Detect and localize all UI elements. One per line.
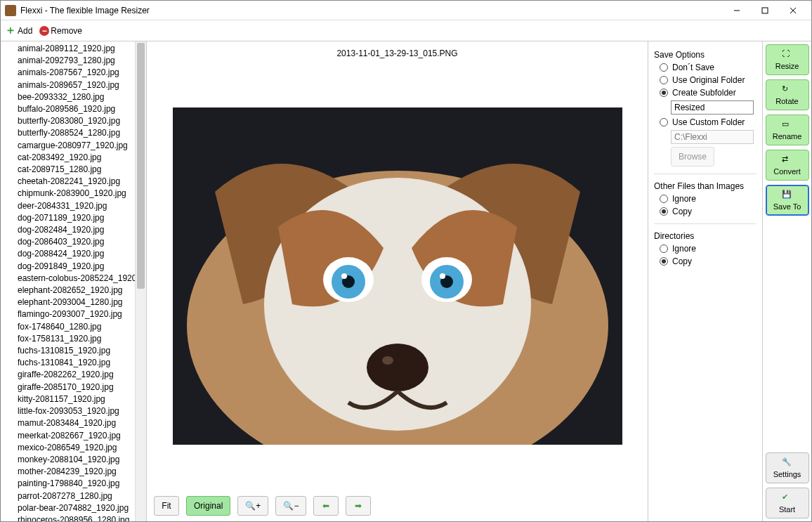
radio-use-original[interactable]: Use Original Folder: [660, 75, 757, 85]
add-button[interactable]: ＋Add: [5, 23, 32, 38]
file-list-scrollbar[interactable]: [135, 41, 146, 521]
list-item[interactable]: animal-2092793_1280.jpg: [1, 55, 135, 67]
minimize-button[interactable]: [723, 2, 751, 19]
radio-dont-save[interactable]: Don´t Save: [660, 63, 757, 72]
list-item[interactable]: elephant-2082652_1920.jpg: [1, 285, 135, 296]
list-item[interactable]: dog-2082484_1920.jpg: [1, 224, 135, 236]
minus-icon: −: [39, 26, 49, 36]
list-item[interactable]: eastern-colobus-2085224_1920.jpg: [1, 273, 135, 285]
list-item[interactable]: animal-2089112_1920.jpg: [1, 43, 135, 55]
radio-use-custom[interactable]: Use Custom Folder: [660, 117, 757, 127]
action-label: Convert: [773, 167, 801, 176]
subfolder-input[interactable]: [671, 100, 754, 115]
action-label: Rotate: [775, 97, 798, 105]
remove-button[interactable]: −Remove: [39, 26, 82, 36]
arrow-right-icon: ➡: [355, 501, 362, 511]
list-item[interactable]: cat-2083492_1920.jpg: [1, 152, 135, 164]
list-item[interactable]: buffalo-2089586_1920.jpg: [1, 103, 135, 115]
fit-button[interactable]: Fit: [154, 496, 179, 516]
radio-icon: [660, 207, 668, 216]
radio-icon: [660, 63, 668, 72]
svg-point-16: [382, 356, 393, 365]
prev-button[interactable]: ⬅: [313, 496, 339, 516]
radio-other-ignore[interactable]: Ignore: [660, 194, 757, 204]
list-item[interactable]: animals-2089657_1920.jpg: [1, 79, 135, 91]
radio-dir-ignore[interactable]: Ignore: [660, 244, 757, 254]
list-item[interactable]: rhinoceros-2088956_1280.jpg: [1, 514, 135, 521]
list-item[interactable]: flamingo-2093007_1920.jpg: [1, 308, 135, 320]
settings-action[interactable]: 🔧Settings: [766, 452, 809, 483]
list-item[interactable]: mamut-2083484_1920.jpg: [1, 417, 135, 429]
list-item[interactable]: little-fox-2093053_1920.jpg: [1, 405, 135, 417]
list-item[interactable]: butterfly-2083080_1920.jpg: [1, 115, 135, 127]
list-item[interactable]: camargue-2080977_1920.jpg: [1, 140, 135, 152]
window-title: Flexxi - The flexible Image Resizer: [20, 6, 723, 15]
next-button[interactable]: ➡: [346, 496, 371, 516]
radio-icon: [660, 89, 668, 97]
list-item[interactable]: dog-2071189_1920.jpg: [1, 212, 135, 224]
zoom-out-button[interactable]: 🔍−: [275, 496, 306, 516]
options-panel: Save Options Don´t Save Use Original Fol…: [648, 41, 762, 521]
original-button[interactable]: Original: [186, 496, 230, 516]
list-item[interactable]: fox-1758131_1920.jpg: [1, 333, 135, 345]
list-item[interactable]: mexico-2086549_1920.jpg: [1, 442, 135, 454]
list-item[interactable]: cat-2089715_1280.jpg: [1, 164, 135, 176]
preview-toolbar: Fit Original 🔍+ 🔍− ⬅ ➡: [147, 490, 648, 521]
rotate-action[interactable]: ↻Rotate: [766, 79, 809, 110]
list-item[interactable]: painting-1798840_1920.jpg: [1, 478, 135, 490]
list-item[interactable]: giraffe-2085170_1920.jpg: [1, 381, 135, 393]
list-item[interactable]: chipmunk-2083900_1920.jpg: [1, 188, 135, 200]
radio-label: Ignore: [672, 244, 696, 254]
rename-action[interactable]: ▭Rename: [766, 115, 809, 145]
list-item[interactable]: parrot-2087278_1280.jpg: [1, 490, 135, 502]
radio-label: Use Original Folder: [672, 75, 745, 85]
list-item[interactable]: cheetah-2082241_1920.jpg: [1, 176, 135, 188]
scrollbar-thumb[interactable]: [137, 43, 145, 289]
resize-action[interactable]: ⛶Resize: [766, 44, 809, 75]
dog-illustration: [173, 107, 622, 445]
radio-icon: [660, 76, 668, 84]
add-label: Add: [18, 26, 32, 36]
separator: [654, 223, 757, 224]
list-item[interactable]: dog-2086403_1920.jpg: [1, 236, 135, 248]
preview-canvas: [147, 61, 648, 490]
file-list[interactable]: animal-2089112_1920.jpganimal-2092793_12…: [1, 41, 135, 521]
list-item[interactable]: kitty-2081157_1920.jpg: [1, 393, 135, 405]
resize-icon: ⛶: [782, 49, 793, 60]
list-item[interactable]: bee-2093332_1280.jpg: [1, 91, 135, 103]
list-item[interactable]: dog-2091849_1920.jpg: [1, 261, 135, 273]
convert-action[interactable]: ⇄Convert: [766, 150, 809, 181]
list-item[interactable]: meerkat-2082667_1920.jpg: [1, 430, 135, 442]
close-button[interactable]: [779, 2, 807, 19]
start-icon: ✔: [782, 492, 793, 504]
svg-rect-1: [762, 8, 768, 13]
save-to-action[interactable]: 💾Save To: [766, 185, 809, 216]
list-item[interactable]: polar-bear-2074882_1920.jpg: [1, 502, 135, 514]
radio-create-subfolder[interactable]: Create Subfolder: [660, 88, 757, 98]
action-label: Rename: [773, 132, 802, 141]
file-list-pane: animal-2089112_1920.jpganimal-2092793_12…: [1, 41, 147, 521]
list-item[interactable]: fuchs-1310841_1920.jpg: [1, 357, 135, 369]
radio-icon: [660, 195, 668, 203]
list-item[interactable]: animals-2087567_1920.jpg: [1, 67, 135, 79]
radio-label: Don´t Save: [672, 63, 714, 72]
radio-icon: [660, 118, 668, 126]
list-item[interactable]: dog-2088424_1920.jpg: [1, 248, 135, 260]
list-item[interactable]: deer-2084331_1920.jpg: [1, 200, 135, 212]
zoom-in-button[interactable]: 🔍+: [237, 496, 268, 516]
list-item[interactable]: fox-1748640_1280.jpg: [1, 321, 135, 333]
maximize-button[interactable]: [751, 2, 779, 19]
list-item[interactable]: mother-2084239_1920.jpg: [1, 466, 135, 478]
settings-icon: 🔧: [782, 457, 793, 469]
radio-other-copy[interactable]: Copy: [660, 207, 757, 216]
rename-icon: ▭: [782, 119, 793, 131]
radio-dir-copy[interactable]: Copy: [660, 256, 757, 266]
list-item[interactable]: giraffe-2082262_1920.jpg: [1, 369, 135, 381]
list-item[interactable]: butterfly-2088524_1280.jpg: [1, 127, 135, 139]
list-item[interactable]: elephant-2093004_1280.jpg: [1, 296, 135, 308]
action-label: Save To: [773, 202, 801, 211]
start-action[interactable]: ✔Start: [766, 488, 809, 518]
list-item[interactable]: monkey-2088104_1920.jpg: [1, 454, 135, 466]
preview-image: [173, 107, 622, 445]
list-item[interactable]: fuchs-1310815_1920.jpg: [1, 345, 135, 357]
